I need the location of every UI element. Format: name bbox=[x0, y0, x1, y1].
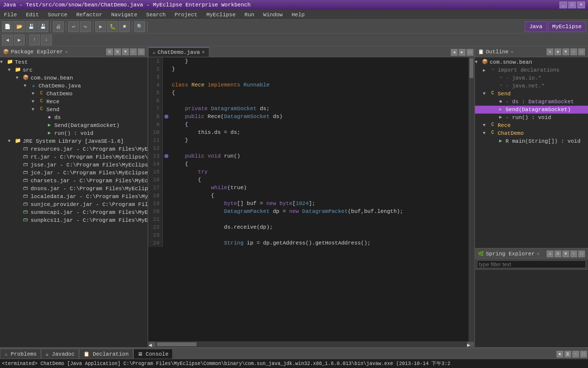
editor-nav-right[interactable]: ▶ bbox=[459, 49, 466, 56]
maximize-outline-icon[interactable]: □ bbox=[578, 48, 585, 55]
outline-item-4[interactable]: ▼CSend bbox=[475, 90, 588, 98]
console-tab[interactable]: 🖥 Console bbox=[133, 349, 173, 359]
pkg-tree-item-18[interactable]: 🗃sunjce_provider.jar - C:\Program Files\ bbox=[0, 201, 148, 208]
menu-navigate[interactable]: Navigate bbox=[109, 11, 139, 18]
code-cell-12[interactable]: public void run() bbox=[170, 152, 469, 160]
pkg-tree-item-11[interactable]: 🗃resources.jar - C:\Program Files\MyEcli bbox=[0, 145, 148, 153]
link-editor-icon[interactable]: ⊞ bbox=[114, 48, 121, 55]
new-button[interactable]: 📄 bbox=[2, 21, 13, 32]
terminate-button[interactable]: ■ bbox=[556, 351, 563, 358]
code-cell-19[interactable]: DatagramPacket dp = new DatagramPacket(b… bbox=[170, 207, 469, 215]
pkg-tree-item-2[interactable]: ▼📦com.snow.bean bbox=[0, 74, 148, 82]
code-cell-23[interactable]: String ip = dp.getAddress().getHostAddre… bbox=[170, 239, 469, 247]
editor-tab-close[interactable]: × bbox=[202, 50, 205, 55]
editor-maximize[interactable]: □ bbox=[467, 49, 473, 56]
open-button[interactable]: 📂 bbox=[14, 21, 25, 32]
outline-item-10[interactable]: ▶R main(String[]) : void bbox=[475, 137, 588, 145]
menu-myeclipse[interactable]: MyEclipse bbox=[204, 11, 237, 18]
myeclipse-perspective-button[interactable]: MyEclipse bbox=[548, 21, 586, 32]
view-menu-outline-icon[interactable]: ▼ bbox=[562, 48, 569, 55]
clear-console-button[interactable]: 🗑 bbox=[564, 351, 571, 358]
sort-icon[interactable]: ⇅ bbox=[547, 48, 553, 55]
back-button[interactable]: ◀ bbox=[2, 35, 13, 45]
run-button[interactable]: ▶ bbox=[95, 21, 106, 32]
declaration-tab[interactable]: 📋 Declaration bbox=[79, 349, 133, 359]
debug-button[interactable]: 🐛 bbox=[107, 21, 118, 32]
pkg-tree-item-20[interactable]: 🗃sunpkcs11.jar - C:\Program Files\MyEcli bbox=[0, 216, 148, 224]
maximize-console-icon[interactable]: □ bbox=[580, 351, 587, 358]
redo-button[interactable]: ↪ bbox=[80, 21, 91, 32]
menu-help[interactable]: Help bbox=[290, 11, 307, 18]
pkg-tree-item-13[interactable]: 🗃jsse.jar - C:\Program Files\MyEclipse\ bbox=[0, 161, 148, 169]
code-cell-6[interactable]: private DatagramSocket ds; bbox=[170, 105, 469, 113]
menu-run[interactable]: Run bbox=[242, 11, 256, 18]
spring-explorer-toolbar[interactable]: ↺ ⊟ ▼ − □ bbox=[547, 250, 585, 257]
code-cell-21[interactable]: ds.receive(dp); bbox=[170, 223, 469, 231]
pkg-tree-item-17[interactable]: 🗃localedata.jar - C:\Program Files\MyEcl… bbox=[0, 193, 148, 201]
menu-source[interactable]: Source bbox=[46, 11, 70, 18]
code-cell-1[interactable]: } bbox=[170, 65, 469, 73]
pkg-tree-item-8[interactable]: ▶Send(DatagramSocket) bbox=[0, 122, 148, 129]
pkg-tree-item-10[interactable]: ▼📁JRE System Library [JavaSE-1.6] bbox=[0, 137, 148, 145]
spring-refresh-icon[interactable]: ↺ bbox=[547, 250, 553, 257]
maximize-panel-icon[interactable]: □ bbox=[138, 48, 145, 55]
prev-edit-button[interactable]: ↑ bbox=[29, 35, 40, 45]
close-button[interactable]: × bbox=[577, 1, 585, 8]
next-edit-button[interactable]: ↓ bbox=[41, 35, 52, 45]
menu-refactor[interactable]: Refactor bbox=[74, 11, 104, 18]
pkg-tree-item-19[interactable]: 🗃sunmscapi.jar - C:\Program Files\MyEcli bbox=[0, 208, 148, 216]
minimize-panel-icon[interactable]: − bbox=[130, 48, 137, 55]
menu-search[interactable]: Search bbox=[144, 11, 168, 18]
outline-item-7[interactable]: ▶· run() : void bbox=[475, 114, 588, 122]
menu-window[interactable]: Window bbox=[261, 11, 285, 18]
outline-item-9[interactable]: ▼CChatDemo bbox=[475, 129, 588, 137]
editor-tab-chatdemo[interactable]: ☕ ChatDemo.java × bbox=[148, 47, 209, 57]
problems-tab[interactable]: ⚠ Problems bbox=[0, 349, 41, 359]
pkg-tree-item-3[interactable]: ▼☕ChatDemo.java bbox=[0, 82, 148, 90]
pkg-tree-item-4[interactable]: ▼CChatDemo bbox=[0, 90, 148, 98]
window-controls[interactable]: _ □ × bbox=[559, 1, 585, 8]
code-cell-7[interactable]: public Rece(DatagramSocket ds) bbox=[170, 113, 469, 121]
collapse-all-icon[interactable]: ⊟ bbox=[106, 48, 113, 55]
package-explorer-toolbar[interactable]: ⊟ ⊞ ▼ − □ bbox=[106, 48, 145, 55]
code-cell-15[interactable]: { bbox=[170, 176, 469, 184]
pkg-tree-item-9[interactable]: ▶run() : void bbox=[0, 129, 148, 137]
minimize-spring-icon[interactable]: − bbox=[570, 250, 577, 257]
minimize-outline-icon[interactable]: − bbox=[570, 48, 577, 55]
save-all-button[interactable]: 💾 bbox=[38, 21, 48, 32]
undo-button[interactable]: ↩ bbox=[68, 21, 79, 32]
hide-fields-icon[interactable]: ◆ bbox=[554, 48, 561, 55]
spring-collapse-icon[interactable]: ⊟ bbox=[554, 250, 561, 257]
pkg-tree-item-1[interactable]: ▼📁src bbox=[0, 66, 148, 74]
outline-item-5[interactable]: ◆· ds : DatagramSocket bbox=[475, 98, 588, 106]
editor-nav-left[interactable]: ◀ bbox=[451, 49, 458, 56]
javadoc-tab[interactable]: ☕ Javadoc bbox=[41, 349, 79, 359]
view-menu-icon[interactable]: ▼ bbox=[122, 48, 129, 55]
code-cell-17[interactable]: { bbox=[170, 192, 469, 200]
search-toolbar-button[interactable]: 🔍 bbox=[134, 21, 145, 32]
save-button[interactable]: 💾 bbox=[26, 21, 37, 32]
outline-item-2[interactable]: →· java.io.* bbox=[475, 74, 588, 82]
outline-item-1[interactable]: ▶→import declarations bbox=[475, 66, 588, 74]
pkg-tree-item-6[interactable]: ▼CSend bbox=[0, 106, 148, 114]
scroll-right-button[interactable]: ▶ bbox=[467, 342, 474, 347]
spring-filter-area[interactable] bbox=[475, 259, 588, 270]
stop-button[interactable]: ■ bbox=[119, 21, 130, 32]
code-editor[interactable]: 1 }2}34class Rece implements Runnable5{6… bbox=[148, 57, 469, 341]
code-cell-14[interactable]: try bbox=[170, 168, 469, 176]
code-cell-18[interactable]: byte[] buf = new byte[1024]; bbox=[170, 200, 469, 207]
code-cell-4[interactable]: { bbox=[170, 89, 469, 97]
minimize-console-icon[interactable]: − bbox=[572, 351, 579, 358]
code-cell-13[interactable]: { bbox=[170, 160, 469, 168]
code-cell-8[interactable]: { bbox=[170, 121, 469, 128]
menu-project[interactable]: Project bbox=[173, 11, 199, 18]
outline-item-6[interactable]: ▶Send(DatagramSocket) bbox=[475, 106, 588, 114]
minimize-button[interactable]: _ bbox=[559, 1, 567, 8]
pkg-tree-item-15[interactable]: 🗃charsets.jar - C:\Program Files\MyEclip… bbox=[0, 177, 148, 185]
print-button[interactable]: 🖨 bbox=[53, 21, 64, 32]
editor-vertical-scrollbar[interactable] bbox=[469, 57, 474, 341]
menu-file[interactable]: File bbox=[2, 11, 19, 18]
maximize-spring-icon[interactable]: □ bbox=[578, 250, 585, 257]
pkg-tree-item-0[interactable]: ▼📁Test bbox=[0, 58, 148, 66]
spring-filter-input[interactable] bbox=[477, 260, 586, 268]
